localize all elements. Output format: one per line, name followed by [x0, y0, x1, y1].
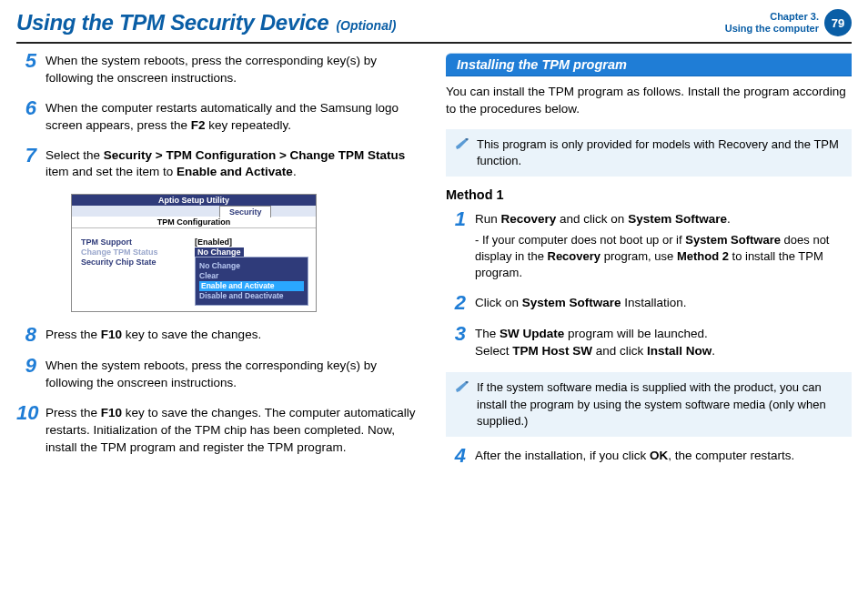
- pencil-note-icon: [455, 381, 469, 392]
- step-body: Press the F10 key to save the changes.: [45, 327, 261, 345]
- step-body: Press the F10 key to save the changes. T…: [45, 405, 422, 457]
- step-text: Select the: [45, 148, 104, 162]
- step-text: .: [727, 212, 731, 226]
- method1-step-3: 3 The SW Update program will be launched…: [446, 326, 852, 360]
- bios-label: Change TPM Status: [81, 247, 195, 257]
- bios-popup-option-selected: Enable and Activate: [199, 281, 304, 291]
- step-bold: F10: [101, 328, 122, 341]
- bios-value-highlight: No Change: [195, 247, 244, 257]
- step-number: 2: [446, 293, 466, 313]
- step-text: When the system reboots, press the corre…: [45, 358, 377, 389]
- step-bold: OK: [650, 449, 668, 462]
- chapter-block: Chapter 3. Using the computer 79: [725, 9, 852, 36]
- step-text: Select: [475, 344, 512, 358]
- header-divider: [16, 42, 852, 44]
- method-heading: Method 1: [446, 187, 852, 202]
- bios-tab-spacer: [72, 206, 219, 217]
- step-body: Click on System Software Installation.: [475, 295, 687, 313]
- step-body: Run Recovery and click on System Softwar…: [475, 211, 852, 281]
- step-7: 7 Select the Security > TPM Configuratio…: [16, 147, 422, 182]
- section-intro: You can install the TPM program as follo…: [446, 84, 852, 118]
- step-text: and click on: [556, 212, 628, 226]
- step-bold: SW Update: [500, 327, 564, 340]
- step-bold: System Software: [522, 296, 621, 309]
- bios-popup-option: No Change: [199, 261, 240, 270]
- step-bold: Recovery: [548, 249, 601, 263]
- page-title-optional: (Optional): [336, 18, 396, 33]
- step-5: 5 When the system reboots, press the cor…: [16, 53, 422, 87]
- step-text: Installation.: [621, 296, 687, 309]
- bios-body: TPM Support [Enabled] Change TPM Status …: [72, 228, 316, 311]
- bios-popup-option: Clear: [199, 271, 218, 280]
- bios-title: Aptio Setup Utility: [72, 195, 316, 206]
- step-body: After the installation, if you click OK,…: [475, 448, 794, 466]
- bios-tabbar: Security: [72, 206, 316, 217]
- method1-step-4: 4 After the installation, if you click O…: [446, 448, 852, 466]
- step-bold: Method 2: [677, 249, 729, 263]
- step-9: 9 When the system reboots, press the cor…: [16, 358, 422, 392]
- step-bold: F10: [101, 406, 122, 419]
- note-text: This program is only provided for models…: [477, 136, 843, 169]
- step-bold: TPM Host SW: [512, 344, 592, 358]
- step-text: .: [712, 344, 715, 358]
- bios-row-change-status: Change TPM Status No Change: [81, 247, 308, 257]
- step-number: 3: [446, 324, 466, 360]
- step-text: key to save the changes.: [122, 328, 261, 341]
- method1-step-2: 2 Click on System Software Installation.: [446, 295, 852, 313]
- step-text: Run: [475, 212, 501, 226]
- page-number-badge: 79: [824, 9, 852, 36]
- left-column: 5 When the system reboots, press the cor…: [16, 53, 422, 479]
- step-number: 7: [16, 146, 36, 182]
- bios-label: TPM Support: [81, 237, 195, 247]
- note-box-recovery: This program is only provided for models…: [446, 129, 852, 177]
- step-text: Press the: [45, 328, 101, 341]
- bios-popup: No Change Clear Enable and Activate Disa…: [195, 257, 308, 306]
- step-sub-bullet: - If your computer does not boot up or i…: [475, 232, 852, 282]
- step-text: program, use: [601, 249, 677, 263]
- bios-value: [Enabled]: [195, 237, 308, 247]
- content-columns: 5 When the system reboots, press the cor…: [0, 53, 868, 495]
- bios-value-wrap: No Change: [195, 247, 244, 257]
- chapter-line1: Chapter 3.: [725, 11, 819, 23]
- step-text: Click on: [475, 296, 522, 309]
- step-line2: Select TPM Host SW and click Install Now…: [475, 343, 715, 360]
- step-bold: F2: [191, 118, 206, 132]
- step-text: Press the: [45, 406, 101, 419]
- step-number: 4: [446, 446, 466, 466]
- step-number: 5: [16, 51, 36, 87]
- step-text: - If your computer does not boot up or i…: [475, 233, 685, 247]
- step-text: After the installation, if you click: [475, 449, 650, 462]
- pencil-note-icon: [455, 138, 469, 149]
- note-text: If the system software media is supplied…: [477, 379, 843, 429]
- step-text: program will be launched.: [564, 327, 708, 340]
- step-text: and click: [592, 344, 647, 358]
- step-number: 10: [16, 403, 36, 457]
- section-banner-install: Installing the TPM program: [446, 53, 852, 76]
- chapter-line2: Using the computer: [725, 23, 819, 35]
- step-text: .: [293, 165, 297, 178]
- step-text: , the computer restarts.: [668, 449, 794, 462]
- note-box-media: If the system software media is supplied…: [446, 372, 852, 437]
- step-line1: The SW Update program will be launched.: [475, 326, 715, 343]
- step-text: item and set the item to: [45, 165, 177, 178]
- step-10: 10 Press the F10 key to save the changes…: [16, 405, 422, 457]
- right-column: Installing the TPM program You can insta…: [446, 53, 852, 479]
- step-body: Select the Security > TPM Configuration …: [45, 147, 422, 182]
- bios-subtitle: TPM Configuration: [72, 217, 316, 228]
- step-body: When the computer restarts automatically…: [45, 100, 422, 135]
- step-number: 6: [16, 98, 36, 135]
- step-number: 1: [446, 209, 466, 281]
- step-bold: Recovery: [501, 212, 557, 226]
- step-number: 9: [16, 356, 36, 392]
- bios-row-tpm-support: TPM Support [Enabled]: [81, 237, 308, 247]
- step-body: The SW Update program will be launched. …: [475, 326, 715, 360]
- bios-screenshot: Aptio Setup Utility Security TPM Configu…: [71, 194, 422, 312]
- step-text: The: [475, 327, 500, 340]
- bios-label: Security Chip State: [81, 258, 195, 267]
- bios-window: Aptio Setup Utility Security TPM Configu…: [71, 194, 317, 312]
- step-body: When the system reboots, press the corre…: [45, 53, 422, 87]
- bios-tab-spacer: [271, 206, 316, 217]
- title-block: Using the TPM Security Device (Optional): [16, 10, 397, 35]
- step-body: When the system reboots, press the corre…: [45, 358, 422, 392]
- chapter-text: Chapter 3. Using the computer: [725, 11, 819, 35]
